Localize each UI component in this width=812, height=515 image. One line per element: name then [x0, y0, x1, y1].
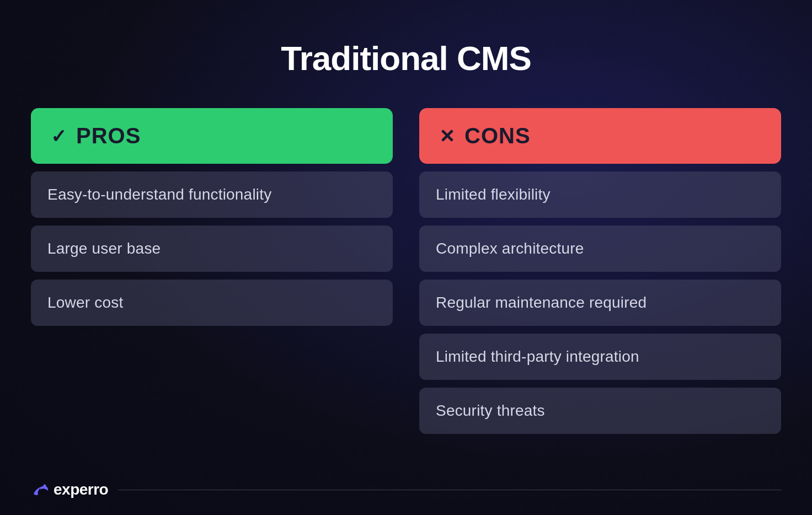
cons-item-4: Limited third-party integration: [419, 334, 781, 380]
pros-item-2: Large user base: [31, 226, 393, 272]
pros-column: ✓ PROS Easy-to-understand functionality …: [31, 108, 393, 434]
cons-item-5: Security threats: [419, 388, 781, 434]
experro-logo-icon: [30, 480, 50, 500]
cons-column: ✕ CONS Limited flexibility Complex archi…: [419, 108, 781, 434]
experro-logo-text: experro: [54, 481, 108, 498]
cons-item-2: Complex architecture: [419, 226, 781, 272]
logo-area: experro: [30, 480, 108, 500]
pros-header: ✓ PROS: [31, 108, 393, 164]
pros-item-1: Easy-to-understand functionality: [31, 171, 393, 218]
svg-point-0: [44, 485, 46, 487]
footer-divider: [118, 490, 782, 490]
cons-label: CONS: [464, 124, 531, 148]
cons-item-1: Limited flexibility: [419, 171, 781, 218]
cons-x-icon: ✕: [439, 125, 455, 147]
pros-item-3: Lower cost: [31, 280, 393, 326]
footer: experro: [30, 480, 782, 500]
cons-header: ✕ CONS: [419, 108, 781, 164]
cons-item-3: Regular maintenance required: [419, 280, 781, 326]
page-title: Traditional CMS: [281, 39, 531, 78]
pros-label: PROS: [76, 124, 141, 148]
main-columns: ✓ PROS Easy-to-understand functionality …: [31, 108, 781, 434]
pros-check-icon: ✓: [51, 125, 66, 147]
